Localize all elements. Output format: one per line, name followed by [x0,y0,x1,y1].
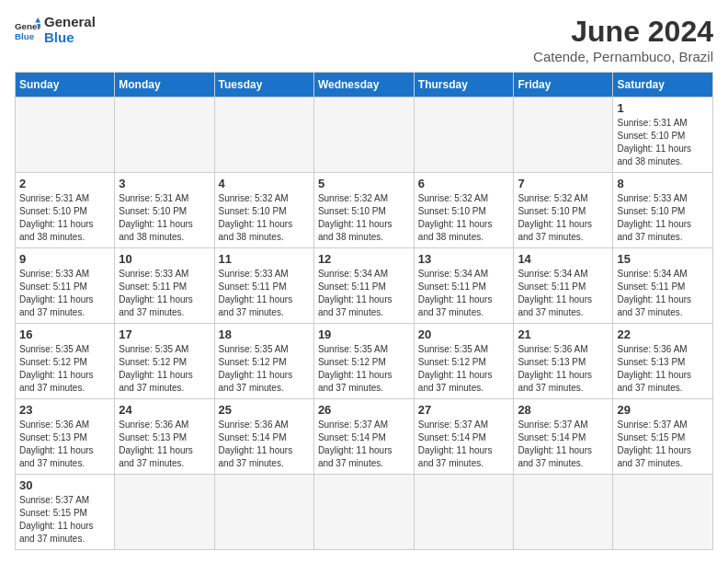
day-info: Sunrise: 5:34 AMSunset: 5:11 PMDaylight:… [418,268,510,319]
calendar-cell: 23Sunrise: 5:36 AMSunset: 5:13 PMDayligh… [16,399,115,475]
calendar-header-row: SundayMondayTuesdayWednesdayThursdayFrid… [16,73,713,98]
calendar-cell: 24Sunrise: 5:36 AMSunset: 5:13 PMDayligh… [115,399,214,475]
calendar-cell: 4Sunrise: 5:32 AMSunset: 5:10 PMDaylight… [214,173,313,248]
logo-general: General [44,15,96,30]
calendar-cell: 26Sunrise: 5:37 AMSunset: 5:14 PMDayligh… [313,399,414,475]
location-subtitle: Catende, Pernambuco, Brazil [533,49,713,64]
calendar-cell [313,98,414,173]
day-info: Sunrise: 5:32 AMSunset: 5:10 PMDaylight:… [219,192,310,244]
calendar-cell: 29Sunrise: 5:37 AMSunset: 5:15 PMDayligh… [613,399,713,475]
calendar-cell: 3Sunrise: 5:31 AMSunset: 5:10 PMDaylight… [115,173,214,248]
header-friday: Friday [514,73,613,98]
day-number: 24 [119,403,210,417]
day-info: Sunrise: 5:33 AMSunset: 5:11 PMDaylight:… [119,268,210,319]
day-number: 2 [19,177,110,190]
day-number: 20 [418,327,510,341]
day-info: Sunrise: 5:35 AMSunset: 5:12 PMDaylight:… [119,343,210,395]
day-number: 10 [119,252,210,266]
day-number: 13 [418,252,510,266]
calendar-cell: 15Sunrise: 5:34 AMSunset: 5:11 PMDayligh… [613,248,713,324]
calendar-cell [514,98,613,173]
day-number: 7 [518,177,609,190]
calendar-cell: 25Sunrise: 5:36 AMSunset: 5:14 PMDayligh… [214,399,313,475]
calendar-cell: 5Sunrise: 5:32 AMSunset: 5:10 PMDaylight… [313,173,414,248]
calendar-cell: 18Sunrise: 5:35 AMSunset: 5:12 PMDayligh… [214,324,313,399]
day-info: Sunrise: 5:37 AMSunset: 5:14 PMDaylight:… [318,419,410,470]
svg-marker-2 [35,17,40,23]
day-number: 14 [518,252,609,266]
day-number: 8 [617,177,709,190]
calendar-week-row: 23Sunrise: 5:36 AMSunset: 5:13 PMDayligh… [16,399,713,475]
day-number: 26 [318,403,410,417]
day-number: 15 [617,252,709,266]
day-number: 18 [219,327,310,341]
calendar-cell: 27Sunrise: 5:37 AMSunset: 5:14 PMDayligh… [414,399,514,475]
day-info: Sunrise: 5:34 AMSunset: 5:11 PMDaylight:… [518,268,609,319]
calendar-cell: 22Sunrise: 5:36 AMSunset: 5:13 PMDayligh… [613,324,713,399]
day-info: Sunrise: 5:31 AMSunset: 5:10 PMDaylight:… [19,192,110,244]
day-info: Sunrise: 5:35 AMSunset: 5:12 PMDaylight:… [418,343,510,395]
calendar-cell [313,475,414,550]
calendar-week-row: 1Sunrise: 5:31 AMSunset: 5:10 PMDaylight… [16,98,713,173]
day-number: 1 [617,101,709,115]
day-info: Sunrise: 5:37 AMSunset: 5:14 PMDaylight:… [518,419,609,470]
calendar-cell: 10Sunrise: 5:33 AMSunset: 5:11 PMDayligh… [115,248,214,324]
header-tuesday: Tuesday [214,73,313,98]
day-info: Sunrise: 5:31 AMSunset: 5:10 PMDaylight:… [119,192,210,244]
day-info: Sunrise: 5:33 AMSunset: 5:10 PMDaylight:… [617,192,709,244]
header-wednesday: Wednesday [313,73,414,98]
day-number: 11 [219,252,310,266]
calendar-cell: 7Sunrise: 5:32 AMSunset: 5:10 PMDaylight… [514,173,613,248]
day-info: Sunrise: 5:36 AMSunset: 5:13 PMDaylight:… [518,343,609,395]
day-info: Sunrise: 5:31 AMSunset: 5:10 PMDaylight:… [617,117,709,168]
day-info: Sunrise: 5:36 AMSunset: 5:14 PMDaylight:… [219,419,310,470]
calendar-cell: 9Sunrise: 5:33 AMSunset: 5:11 PMDaylight… [16,248,115,324]
svg-text:Blue: Blue [15,30,35,40]
calendar-cell: 17Sunrise: 5:35 AMSunset: 5:12 PMDayligh… [115,324,214,399]
day-info: Sunrise: 5:35 AMSunset: 5:12 PMDaylight:… [219,343,310,395]
logo: General Blue General Blue [15,15,96,45]
calendar-cell: 30Sunrise: 5:37 AMSunset: 5:15 PMDayligh… [16,475,115,550]
calendar-cell [414,475,514,550]
day-info: Sunrise: 5:32 AMSunset: 5:10 PMDaylight:… [518,192,609,244]
day-number: 4 [219,177,310,190]
calendar-cell [414,98,514,173]
calendar-cell [214,475,313,550]
calendar-cell: 13Sunrise: 5:34 AMSunset: 5:11 PMDayligh… [414,248,514,324]
calendar-week-row: 9Sunrise: 5:33 AMSunset: 5:11 PMDaylight… [16,248,713,324]
day-info: Sunrise: 5:37 AMSunset: 5:15 PMDaylight:… [617,419,709,470]
calendar-cell: 28Sunrise: 5:37 AMSunset: 5:14 PMDayligh… [514,399,613,475]
day-number: 29 [617,403,709,417]
calendar-cell: 11Sunrise: 5:33 AMSunset: 5:11 PMDayligh… [214,248,313,324]
day-info: Sunrise: 5:34 AMSunset: 5:11 PMDaylight:… [617,268,709,319]
calendar-cell: 12Sunrise: 5:34 AMSunset: 5:11 PMDayligh… [313,248,414,324]
calendar-cell [115,98,214,173]
day-number: 23 [19,403,110,417]
day-number: 21 [518,327,609,341]
day-number: 25 [219,403,310,417]
calendar-cell: 2Sunrise: 5:31 AMSunset: 5:10 PMDaylight… [16,173,115,248]
day-info: Sunrise: 5:35 AMSunset: 5:12 PMDaylight:… [19,343,110,395]
day-info: Sunrise: 5:37 AMSunset: 5:14 PMDaylight:… [418,419,510,470]
calendar-cell [613,475,713,550]
logo-blue: Blue [44,30,96,46]
title-area: June 2024 Catende, Pernambuco, Brazil [533,15,713,64]
day-number: 19 [318,327,410,341]
day-info: Sunrise: 5:37 AMSunset: 5:15 PMDaylight:… [19,494,110,546]
day-info: Sunrise: 5:33 AMSunset: 5:11 PMDaylight:… [219,268,310,319]
day-number: 17 [119,327,210,341]
calendar-cell: 21Sunrise: 5:36 AMSunset: 5:13 PMDayligh… [514,324,613,399]
calendar-cell: 8Sunrise: 5:33 AMSunset: 5:10 PMDaylight… [613,173,713,248]
day-number: 27 [418,403,510,417]
header-area: General Blue General Blue June 2024 Cate… [15,15,713,64]
calendar-cell [115,475,214,550]
calendar-cell: 14Sunrise: 5:34 AMSunset: 5:11 PMDayligh… [514,248,613,324]
day-number: 9 [19,252,110,266]
day-info: Sunrise: 5:32 AMSunset: 5:10 PMDaylight:… [418,192,510,244]
day-number: 3 [119,177,210,190]
calendar-cell [514,475,613,550]
day-info: Sunrise: 5:36 AMSunset: 5:13 PMDaylight:… [19,419,110,470]
day-info: Sunrise: 5:34 AMSunset: 5:11 PMDaylight:… [318,268,410,319]
header-saturday: Saturday [613,73,713,98]
day-number: 5 [318,177,410,190]
